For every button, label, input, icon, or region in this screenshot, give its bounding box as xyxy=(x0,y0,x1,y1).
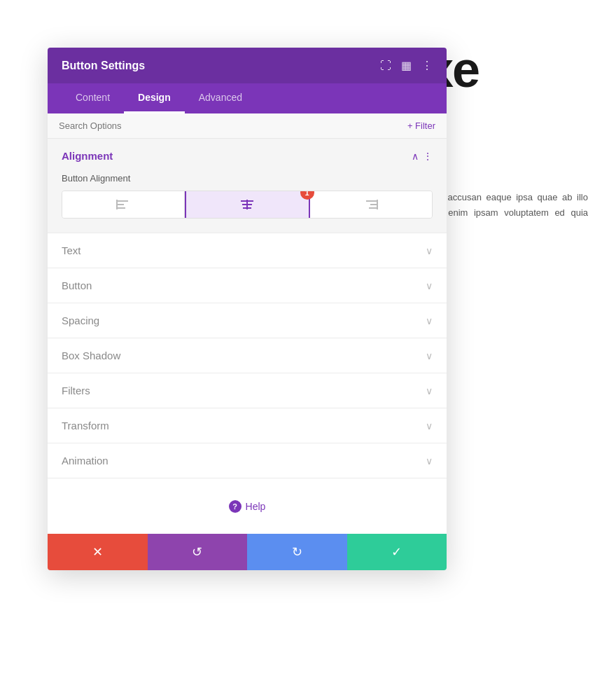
filters-section-label: Filters xyxy=(62,385,90,396)
button-alignment-label: Button Alignment xyxy=(62,173,433,184)
filters-section-header[interactable]: Filters ∨ xyxy=(48,373,447,408)
button-section-label: Button xyxy=(62,280,92,291)
panel-title: Button Settings xyxy=(62,60,145,72)
animation-section-header[interactable]: Animation ∨ xyxy=(48,443,447,478)
align-right-option[interactable] xyxy=(310,191,432,218)
filters-chevron-icon: ∨ xyxy=(426,385,433,396)
transform-chevron-icon: ∨ xyxy=(426,420,433,432)
search-input[interactable] xyxy=(59,120,407,131)
filter-button[interactable]: + Filter xyxy=(407,120,435,131)
box-shadow-section: Box Shadow ∨ xyxy=(48,338,447,373)
help-label: Help xyxy=(246,501,266,512)
reset-button[interactable]: ↺ xyxy=(148,534,248,570)
svg-rect-3 xyxy=(116,200,118,209)
text-section-header[interactable]: Text ∨ xyxy=(48,233,447,268)
button-section: Button ∨ xyxy=(48,268,447,303)
spacing-section-header[interactable]: Spacing ∨ xyxy=(48,303,447,338)
panel-footer: ✕ ↺ ↻ ✓ xyxy=(48,534,447,570)
button-chevron-icon: ∨ xyxy=(426,280,433,291)
spacing-chevron-icon: ∨ xyxy=(426,315,433,326)
collapse-alignment-icon[interactable]: ∧ xyxy=(412,151,419,162)
alignment-title: Alignment xyxy=(62,150,113,162)
text-chevron-icon: ∨ xyxy=(426,245,433,256)
spacing-section: Spacing ∨ xyxy=(48,303,447,338)
alignment-section: Alignment ∧ ⋮ Button Alignment xyxy=(48,139,447,233)
fullscreen-icon[interactable]: ⛶ xyxy=(380,60,391,72)
header-icons: ⛶ ▦ ⋮ xyxy=(380,59,433,72)
grid-icon[interactable]: ▦ xyxy=(401,59,412,72)
box-shadow-section-label: Box Shadow xyxy=(62,350,120,361)
text-section: Text ∨ xyxy=(48,233,447,268)
help-link[interactable]: ? Help xyxy=(229,500,266,513)
alignment-menu-icon[interactable]: ⋮ xyxy=(423,151,433,162)
cancel-button[interactable]: ✕ xyxy=(48,534,148,570)
align-left-option[interactable] xyxy=(62,191,185,218)
transform-section-header[interactable]: Transform ∨ xyxy=(48,408,447,443)
filters-section: Filters ∨ xyxy=(48,373,447,408)
spacing-section-label: Spacing xyxy=(62,315,99,326)
panel-tabs: Content Design Advanced xyxy=(48,83,447,113)
animation-section: Animation ∨ xyxy=(48,443,447,478)
panel-header: Button Settings ⛶ ▦ ⋮ xyxy=(48,48,447,83)
help-icon: ? xyxy=(229,500,241,513)
panel-content: Alignment ∧ ⋮ Button Alignment xyxy=(48,139,447,534)
search-bar: + Filter xyxy=(48,113,447,139)
svg-rect-11 xyxy=(377,200,378,209)
svg-rect-7 xyxy=(246,200,248,209)
button-alignment-options: 1 xyxy=(62,191,433,219)
tab-advanced[interactable]: Advanced xyxy=(185,83,256,113)
animation-chevron-icon: ∨ xyxy=(426,455,433,467)
transform-section: Transform ∨ xyxy=(48,408,447,443)
box-shadow-chevron-icon: ∨ xyxy=(426,350,433,361)
help-section: ? Help xyxy=(48,478,447,534)
button-settings-panel: Button Settings ⛶ ▦ ⋮ Content Design Adv… xyxy=(48,48,447,570)
alignment-body: Button Alignment xyxy=(48,173,447,233)
box-shadow-section-header[interactable]: Box Shadow ∨ xyxy=(48,338,447,373)
alignment-header: Alignment ∧ ⋮ xyxy=(48,139,447,173)
button-section-header[interactable]: Button ∨ xyxy=(48,268,447,303)
tab-design[interactable]: Design xyxy=(124,83,185,113)
save-button[interactable]: ✓ xyxy=(347,534,447,570)
animation-section-label: Animation xyxy=(62,455,108,467)
align-center-option[interactable]: 1 xyxy=(185,191,309,218)
transform-section-label: Transform xyxy=(62,420,109,432)
more-icon[interactable]: ⋮ xyxy=(421,59,433,72)
alignment-controls: ∧ ⋮ xyxy=(412,151,433,162)
text-section-label: Text xyxy=(62,244,81,256)
redo-button[interactable]: ↻ xyxy=(247,534,347,570)
tab-content[interactable]: Content xyxy=(62,83,124,113)
